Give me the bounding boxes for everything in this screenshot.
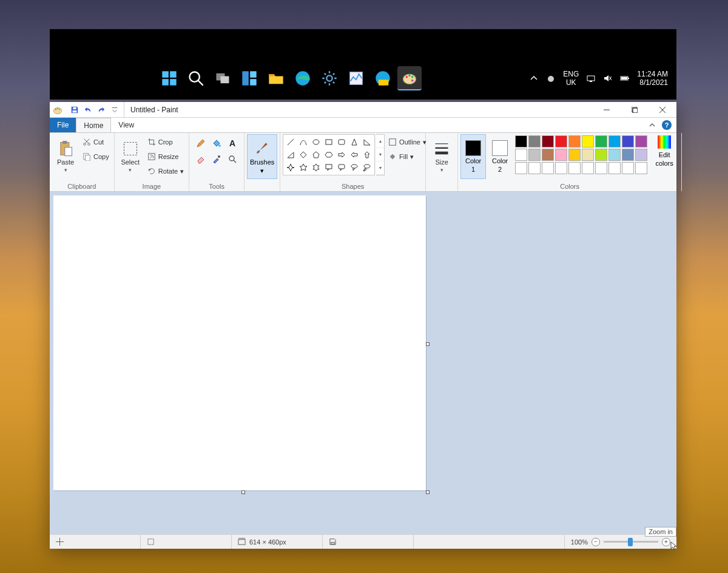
start-button[interactable] [157, 66, 181, 90]
zoom-in-button[interactable]: + [662, 538, 670, 546]
color-swatch[interactable] [542, 162, 554, 174]
resize-handle-right[interactable] [426, 342, 430, 346]
taskbar-edge-canary[interactable] [371, 66, 395, 90]
picker-tool[interactable] [210, 152, 223, 166]
color-swatch[interactable] [582, 149, 594, 161]
color-swatch[interactable] [595, 135, 607, 147]
redo-button[interactable] [96, 104, 107, 115]
edit-colors-button[interactable]: Edit colors [650, 134, 679, 167]
zoom-out-button[interactable]: − [592, 538, 600, 546]
color-swatch[interactable] [622, 149, 634, 161]
undo-button[interactable] [83, 104, 93, 115]
volume-mute-icon[interactable] [603, 73, 613, 83]
color-swatch[interactable] [555, 135, 567, 147]
color-swatch[interactable] [595, 149, 607, 161]
shape-callout-round[interactable] [335, 161, 348, 174]
taskbar-clock[interactable]: 11:24 AM 8/1/2021 [637, 70, 668, 87]
color-swatch[interactable] [515, 149, 527, 161]
color2-button[interactable]: Color 2 [487, 134, 513, 179]
shape-star4[interactable] [285, 161, 297, 174]
minimize-button[interactable] [593, 102, 621, 118]
save-button[interactable] [69, 104, 80, 115]
color-swatch[interactable] [635, 135, 647, 147]
taskbar-language[interactable]: ENG UK [563, 70, 579, 87]
cut-button[interactable]: Cut [80, 135, 112, 149]
shape-callout-rect[interactable] [323, 161, 335, 174]
color1-button[interactable]: Color 1 [460, 134, 486, 179]
color-swatch[interactable] [595, 162, 607, 174]
color-swatch[interactable] [568, 135, 581, 147]
color-swatch[interactable] [515, 162, 527, 174]
taskbar-taskview[interactable] [211, 66, 235, 90]
color-swatch[interactable] [622, 135, 634, 147]
shape-callout-cloud[interactable] [361, 161, 373, 174]
shape-triangle[interactable] [361, 136, 373, 148]
color-swatch[interactable] [555, 162, 567, 174]
tab-file[interactable]: File [50, 118, 76, 132]
shape-curve[interactable] [297, 136, 309, 148]
color-swatch[interactable] [528, 149, 541, 161]
color-swatch[interactable] [528, 162, 541, 174]
rotate-button[interactable]: Rotate ▾ [145, 164, 186, 178]
shape-roundrect[interactable] [335, 136, 348, 148]
color-swatch[interactable] [515, 135, 527, 147]
qat-customize[interactable] [109, 104, 120, 115]
copy-button[interactable]: Copy [80, 150, 112, 163]
shape-star5[interactable] [297, 161, 309, 174]
shape-arrow-right[interactable] [335, 149, 348, 161]
taskbar-taskmgr[interactable] [344, 66, 368, 90]
resize-handle-corner[interactable] [426, 490, 430, 494]
magnifier-tool[interactable] [226, 152, 239, 166]
network-icon[interactable] [586, 73, 596, 83]
color-swatch[interactable] [568, 162, 581, 174]
paste-button[interactable]: Paste ▾ [52, 134, 79, 179]
tab-home[interactable]: Home [76, 118, 111, 132]
zoom-slider-thumb[interactable] [628, 538, 633, 546]
text-tool[interactable]: A [226, 137, 239, 150]
taskbar-explorer[interactable] [264, 66, 288, 90]
color-swatch[interactable] [608, 149, 621, 161]
color-swatch[interactable] [608, 135, 621, 147]
canvas[interactable] [53, 195, 426, 490]
color-swatch[interactable] [555, 149, 567, 161]
color-swatch[interactable] [582, 162, 594, 174]
resize-button[interactable]: Resize [145, 150, 186, 163]
outline-button[interactable]: Outline ▾ [386, 135, 429, 149]
pencil-tool[interactable] [194, 137, 207, 150]
color-swatch[interactable] [568, 149, 581, 161]
resize-handle-bottom[interactable] [241, 490, 245, 494]
shape-hexagon[interactable] [323, 149, 335, 161]
weather-icon[interactable] [546, 73, 556, 83]
color-swatch[interactable] [608, 162, 621, 174]
tab-view[interactable]: View [111, 118, 141, 132]
taskbar-settings[interactable] [317, 66, 342, 90]
fill-tool[interactable] [210, 137, 223, 150]
color-swatch[interactable] [635, 162, 647, 174]
shape-right-tri[interactable] [285, 149, 297, 161]
shapes-gallery[interactable] [283, 134, 375, 175]
titlebar[interactable]: Untitled - Paint [50, 102, 676, 118]
canvas-area[interactable] [50, 192, 676, 534]
shape-arrow-left[interactable] [348, 149, 360, 161]
taskbar-search[interactable] [184, 66, 208, 90]
taskbar-paint[interactable] [397, 66, 422, 90]
shape-pentagon[interactable] [310, 149, 322, 161]
color-swatch[interactable] [542, 149, 554, 161]
color-swatch[interactable] [622, 162, 634, 174]
shape-oval[interactable] [310, 136, 322, 148]
color-swatch[interactable] [542, 135, 554, 147]
select-button[interactable]: Select ▾ [117, 134, 144, 179]
shape-star6[interactable] [310, 161, 322, 174]
maximize-button[interactable] [621, 102, 649, 118]
close-button[interactable] [649, 102, 676, 118]
taskbar-edge[interactable] [291, 66, 315, 90]
battery-icon[interactable] [620, 73, 630, 83]
color-swatch[interactable] [582, 135, 594, 147]
brushes-button[interactable]: Brushes ▾ [247, 134, 277, 179]
shape-callout-oval[interactable] [348, 161, 360, 174]
shape-arrow-up[interactable] [361, 149, 373, 161]
size-button[interactable]: Size ▾ [428, 134, 455, 179]
help-button[interactable]: ? [662, 120, 672, 130]
shape-diamond[interactable] [297, 149, 309, 161]
fill-button[interactable]: Fill ▾ [386, 150, 429, 163]
